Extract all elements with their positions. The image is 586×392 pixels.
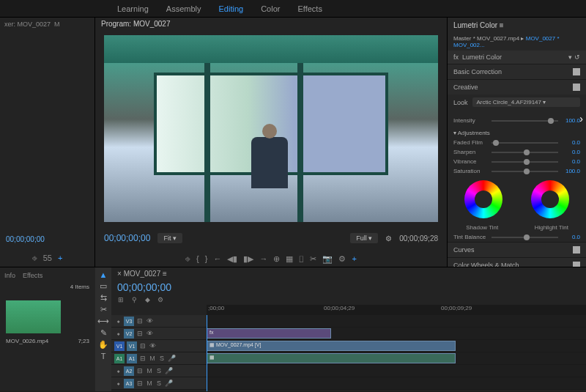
program-timecode-in[interactable]: 00;00;00;00 — [104, 233, 150, 243]
zoom-dropdown[interactable]: Fit ▾ — [157, 233, 182, 243]
timeline-timecode[interactable]: 00;00;00;00 — [117, 281, 171, 293]
track-a1[interactable]: A1 — [127, 354, 137, 363]
marker-icon[interactable]: ◆ — [144, 296, 151, 303]
resolution-dropdown[interactable]: Full ▾ — [350, 233, 378, 243]
lift-icon[interactable]: ▦ — [286, 254, 293, 264]
time-ruler[interactable]: ;00;00 00;00;04;29 00;00;09;29 — [207, 305, 586, 315]
wrench-icon[interactable]: ⚙ — [338, 254, 346, 264]
intensity-value[interactable]: 100.0 — [561, 117, 580, 124]
source-tool-icon[interactable]: 55 — [43, 254, 52, 262]
clip-duration: 7;23 — [78, 338, 89, 344]
section-color-wheels[interactable]: Color Wheels & Match — [448, 257, 586, 267]
intensity-slider[interactable] — [492, 120, 558, 122]
mark-out-icon[interactable]: { — [196, 254, 199, 264]
export-frame-icon[interactable]: ✂ — [310, 254, 316, 264]
item-count: 4 Items — [3, 281, 92, 293]
play-back-icon[interactable]: ◀▮ — [227, 254, 237, 264]
track-a3[interactable]: A3 — [124, 379, 134, 388]
saturation-slider[interactable] — [492, 171, 558, 172]
next-look-icon[interactable]: › — [579, 113, 583, 125]
play-icon[interactable]: ▮▶ — [243, 254, 253, 264]
slip-tool-icon[interactable]: ⟷ — [97, 317, 109, 326]
look-dropdown[interactable]: Arctic Circle_4.AF2I9147 ▾ — [472, 97, 580, 107]
shadow-tint-wheel[interactable] — [464, 180, 502, 218]
sharpen-slider[interactable] — [492, 152, 558, 153]
transport-controls: ⎆ { } ← ◀▮ ▮▶ → ⊕ ▦ ⌷ ✂ 📷 ⚙ + — [95, 251, 447, 267]
source-panel: xer: MOV_0027 M 00;00;00;00 ⎆ 55 + — [0, 18, 95, 267]
step-fwd-icon[interactable]: → — [259, 254, 267, 264]
intensity-label: Intensity — [453, 117, 489, 124]
section-creative[interactable]: Creative — [448, 79, 586, 95]
faded-slider[interactable] — [492, 142, 558, 144]
look-label: Look — [453, 99, 468, 106]
audio-clip[interactable]: ▦ — [207, 353, 456, 363]
track-v1[interactable]: V1 — [127, 341, 137, 351]
video-clip[interactable]: ▦ MOV_0027.mp4 [V] — [207, 341, 456, 351]
track-select-tool-icon[interactable]: ▭ — [100, 281, 107, 291]
tab-editing[interactable]: Editing — [219, 4, 244, 13]
lumetri-panel: Lumetri Color ≡ Master * MOV_0027.mp4 ▸ … — [447, 18, 586, 267]
tab-assembly[interactable]: Assembly — [166, 4, 201, 13]
source-timecode: 00;00;00;00 — [0, 229, 94, 249]
program-tab[interactable]: Program: MOV_0027 — [95, 18, 447, 32]
tint-balance-slider[interactable] — [492, 237, 558, 238]
link-icon[interactable]: ⚲ — [130, 296, 138, 303]
workspace-tabs: Learning Assembly Editing Color Effects — [0, 0, 586, 18]
tab-effects-panel[interactable]: Effects — [23, 272, 42, 279]
camera-icon[interactable]: 📷 — [322, 254, 333, 264]
track-v2[interactable]: V2 — [124, 329, 134, 339]
lumetri-breadcrumb: Master * MOV_0027.mp4 ▸ MOV_0027 * MOV_0… — [448, 33, 586, 51]
track-v3[interactable]: V3 — [124, 317, 134, 326]
playhead[interactable] — [207, 315, 207, 391]
creative-checkbox[interactable] — [573, 84, 580, 91]
type-tool-icon[interactable]: T — [101, 352, 106, 360]
add-icon[interactable]: + — [58, 254, 62, 262]
selection-tool-icon[interactable]: ▲ — [100, 270, 108, 279]
tab-color[interactable]: Color — [261, 4, 280, 13]
highlight-tint-wheel[interactable] — [531, 180, 569, 218]
add-icon[interactable]: + — [352, 254, 356, 264]
tool-palette: ▲ ▭ ⇆ ✂ ⟷ ✎ ✋ T — [95, 267, 111, 391]
timeline-panel: × MOV_0027 ≡ 00;00;00;00 ⊞ ⚲ ◆ ⚙ ;00;00 … — [111, 267, 586, 391]
section-curves[interactable]: Curves — [448, 242, 586, 257]
clip-thumbnail[interactable] — [6, 300, 61, 333]
fx-badge: fx — [453, 53, 459, 61]
ripple-tool-icon[interactable]: ⇆ — [100, 293, 107, 303]
program-timecode-out: 00;00;09;28 — [399, 234, 438, 243]
clip-name: MOV_0026.mp4 — [6, 338, 48, 344]
source-tab[interactable]: xer: MOV_0027 M — [0, 18, 94, 32]
section-basic-correction[interactable]: Basic Correction — [448, 64, 586, 79]
basic-checkbox[interactable] — [573, 68, 580, 75]
source-tool-icon[interactable]: ⎆ — [32, 254, 37, 262]
project-panel: InfoEffects 4 Items MOV_0026.mp47;23 — [0, 267, 95, 391]
mark-in-icon[interactable]: ⎆ — [185, 254, 190, 264]
tab-learning[interactable]: Learning — [117, 4, 149, 13]
settings-icon[interactable]: ⚙ — [157, 296, 164, 303]
tab-effects[interactable]: Effects — [297, 4, 322, 13]
track-a2[interactable]: A2 — [124, 366, 134, 376]
adjustments-label: ▾ Adjustments — [453, 130, 490, 136]
step-back-icon[interactable]: ← — [213, 254, 221, 264]
sequence-tab[interactable]: × MOV_0027 ≡ — [111, 267, 586, 280]
lumetri-tab[interactable]: Lumetri Color ≡ — [448, 18, 586, 33]
fx-row[interactable]: fx Lumetri Color ▾ ↺ — [448, 51, 586, 64]
razor-tool-icon[interactable]: ✂ — [100, 305, 107, 314]
vibrance-slider[interactable] — [492, 161, 558, 163]
go-in-icon[interactable]: } — [205, 254, 208, 264]
hand-tool-icon[interactable]: ✋ — [98, 340, 108, 350]
extract-icon[interactable]: ⌷ — [299, 254, 304, 264]
program-monitor: Program: MOV_0027 00;00;00;00 Fit ▾ Full… — [95, 18, 447, 267]
go-out-icon[interactable]: ⊕ — [273, 254, 280, 264]
pen-tool-icon[interactable]: ✎ — [100, 328, 107, 338]
snap-icon[interactable]: ⊞ — [117, 296, 125, 303]
settings-icon[interactable]: ⚙ — [385, 234, 392, 243]
tracks-area[interactable]: ⬥V3⊟👁 ⬥V2⊟👁fx V1V1⊟👁▦ MOV_0027.mp4 [V] A… — [111, 315, 586, 391]
tab-info[interactable]: Info — [4, 272, 15, 279]
program-viewer[interactable] — [104, 35, 438, 222]
